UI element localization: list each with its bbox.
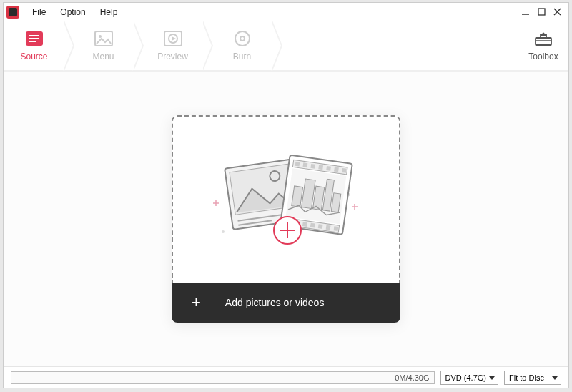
menu-option[interactable]: Option: [53, 4, 92, 20]
step-tabs: Source Menu Preview Burn: [4, 21, 568, 72]
menu-file[interactable]: File: [25, 4, 53, 20]
maximize-icon: [538, 8, 546, 16]
plus-icon: +: [192, 293, 201, 312]
step-burn[interactable]: Burn: [212, 21, 272, 70]
svg-rect-33: [303, 162, 308, 167]
svg-rect-38: [342, 168, 347, 173]
close-icon: [553, 8, 561, 16]
step-preview[interactable]: Preview: [142, 21, 203, 70]
fit-mode-select[interactable]: Fit to Disc: [504, 371, 561, 385]
step-label: Preview: [157, 52, 188, 62]
step-menu[interactable]: Menu: [73, 21, 134, 70]
svg-point-23: [222, 230, 225, 233]
text-lines-icon: [24, 30, 44, 47]
add-media-bar[interactable]: + Add pictures or videos: [172, 283, 400, 323]
fit-mode-value: Fit to Disc: [509, 373, 544, 382]
step-label: Menu: [92, 52, 114, 62]
step-label: Burn: [233, 52, 251, 62]
svg-rect-43: [318, 224, 323, 229]
toolbox-icon: [534, 31, 553, 49]
app-window: File Option Help Source Menu: [3, 2, 569, 388]
media-illustration-icon: [200, 139, 372, 260]
play-circle-icon: [163, 30, 183, 47]
svg-rect-41: [302, 222, 307, 227]
svg-rect-45: [334, 226, 339, 231]
status-bar: 0M/4.30G DVD (4.7G) Fit to Disc: [4, 366, 568, 388]
svg-rect-42: [310, 223, 315, 228]
svg-rect-37: [334, 167, 339, 172]
disc-type-value: DVD (4.7G): [445, 373, 486, 382]
minimize-icon: [521, 8, 530, 16]
close-button[interactable]: [551, 6, 563, 18]
toolbox-label: Toolbox: [528, 52, 558, 62]
add-media-label: Add pictures or videos: [225, 297, 325, 308]
step-separator: [272, 21, 282, 71]
photo-icon: [94, 30, 114, 47]
svg-rect-8: [95, 31, 112, 46]
capacity-progress: 0M/4.30G: [11, 371, 435, 384]
minimize-button[interactable]: [520, 6, 531, 18]
svg-point-16: [543, 32, 545, 34]
maximize-button[interactable]: [536, 6, 547, 18]
dropzone-illustration: [172, 115, 400, 283]
svg-point-9: [99, 35, 102, 38]
menubar: File Option Help: [4, 3, 568, 21]
svg-rect-34: [310, 164, 315, 169]
step-source[interactable]: Source: [4, 21, 64, 70]
capacity-text: 0M/4.30G: [395, 373, 429, 382]
svg-point-12: [235, 31, 250, 46]
toolbox-button[interactable]: Toolbox: [518, 21, 568, 70]
menu-help[interactable]: Help: [93, 4, 125, 20]
svg-rect-36: [326, 166, 331, 171]
main-area: + Add pictures or videos: [4, 72, 568, 366]
svg-rect-35: [318, 165, 323, 170]
svg-rect-44: [326, 225, 331, 230]
svg-rect-32: [295, 162, 300, 167]
window-controls: [520, 6, 566, 18]
step-label: Source: [20, 52, 47, 62]
svg-rect-1: [538, 9, 545, 15]
svg-rect-14: [536, 38, 551, 45]
add-media-dropzone[interactable]: + Add pictures or videos: [172, 115, 400, 323]
disc-icon: [232, 30, 252, 47]
disc-type-select[interactable]: DVD (4.7G): [440, 371, 498, 385]
app-logo-icon: [6, 6, 19, 19]
svg-point-13: [240, 36, 245, 41]
